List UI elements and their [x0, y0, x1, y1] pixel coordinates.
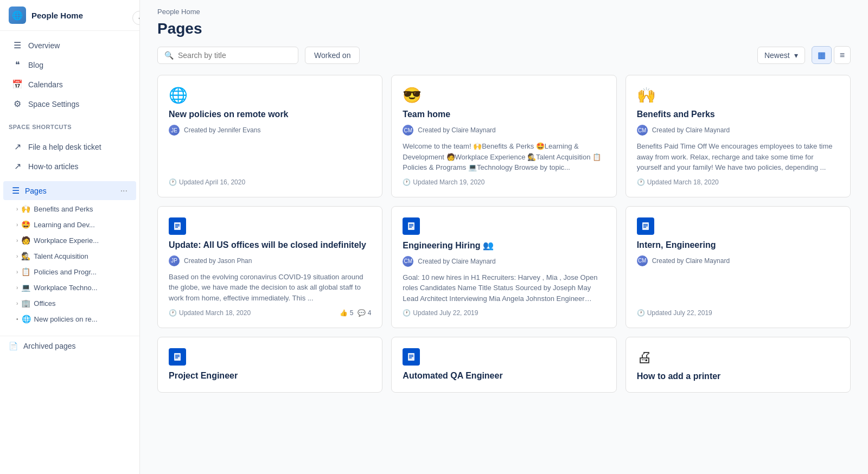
card-title: Intern, Engineering [637, 240, 839, 250]
policies-emoji: 📋 [21, 267, 30, 276]
card-card-2[interactable]: 😎 Team home CM Created by Claire Maynard… [391, 75, 616, 197]
card-author: Created by Claire Maynard [418, 258, 495, 265]
sort-chevron-icon: ▾ [794, 51, 798, 60]
tree-item-policies[interactable]: › 📋 Policies and Progr... [3, 264, 136, 279]
card-card-5[interactable]: Engineering Hiring 👥 CM Created by Clair… [391, 206, 616, 329]
search-input[interactable] [178, 51, 291, 60]
sidebar-item-pages[interactable]: ☰ Pages ··· [3, 181, 136, 200]
card-card-4[interactable]: Update: All US offices will be closed in… [157, 206, 382, 329]
avatar: JE [169, 125, 180, 136]
tree-item-learning[interactable]: › 🤩 Learning and Dev... [3, 217, 136, 232]
card-card-1[interactable]: 🌐 New policies on remote work JE Created… [157, 75, 382, 197]
techno-emoji: 💻 [21, 283, 30, 292]
worked-on-filter[interactable]: Worked on [305, 47, 360, 64]
card-updated: 🕐 Updated July 22, 2019 [403, 309, 478, 317]
card-updated-text: Updated July 22, 2019 [647, 309, 712, 317]
shortcuts-nav: ↗ File a help desk ticket ↗ How-to artic… [0, 132, 139, 181]
benefits-emoji: 🙌 [21, 204, 30, 213]
sort-dropdown[interactable]: Newest ▾ [757, 47, 805, 64]
card-updated: 🕐 Updated April 16, 2020 [169, 178, 245, 186]
tree-item-techno[interactable]: › 💻 Workplace Techno... [3, 280, 136, 295]
sidebar-logo: 🌐 [9, 7, 26, 24]
card-author: Created by Jennifer Evans [184, 126, 260, 134]
card-author: Created by Claire Maynard [652, 126, 730, 134]
card-reactions: 👍 5 💬 4 [340, 309, 371, 317]
tree-item-benefits[interactable]: › 🙌 Benefits and Perks [3, 201, 136, 216]
sidebar-item-file-ticket[interactable]: ↗ File a help desk ticket [3, 137, 136, 156]
archived-label: Archived pages [23, 342, 76, 350]
card-card-6[interactable]: Intern, Engineering CM Created by Claire… [626, 206, 851, 329]
clock-icon: 🕐 [403, 309, 411, 317]
sidebar-item-blog[interactable]: ❝ Blog [3, 55, 136, 74]
settings-icon: ⚙ [12, 99, 23, 109]
card-icon: 🖨 [637, 348, 839, 366]
card-card-7[interactable]: Project Engineer [157, 337, 382, 393]
card-meta: CM Created by Claire Maynard [637, 255, 839, 266]
card-meta: CM Created by Claire Maynard [637, 125, 839, 136]
calendar-icon: 📅 [12, 79, 23, 89]
new-policies-emoji: 🌐 [22, 315, 31, 323]
external-link-icon-2: ↗ [12, 161, 23, 171]
external-link-icon: ↗ [12, 142, 23, 152]
tree-item-new-policies-label: New policies on re... [34, 315, 127, 323]
grid-view-button[interactable]: ▦ [812, 46, 832, 64]
tree-item-workplace-label: Workplace Experie... [34, 236, 127, 245]
card-card-9[interactable]: 🖨 How to add a printer [626, 337, 851, 393]
avatar: CM [637, 255, 648, 266]
list-view-button[interactable]: ≡ [834, 46, 851, 64]
sidebar-nav: ☰ Overview ❝ Blog 📅 Calendars ⚙ Space Se… [0, 31, 139, 118]
card-footer: 🕐 Updated July 22, 2019 [637, 309, 839, 317]
avatar: JP [169, 255, 180, 266]
offices-emoji: 🏢 [21, 299, 30, 308]
card-title: Automated QA Engineer [403, 371, 605, 381]
card-icon: 🌐 [169, 86, 371, 104]
tree-item-offices-label: Offices [34, 299, 127, 308]
tree-item-workplace[interactable]: › 🧑 Workplace Experie... [3, 233, 136, 248]
learning-emoji: 🤩 [21, 220, 30, 229]
expand-icon-4: › [16, 253, 18, 259]
expand-icon-5: › [16, 269, 18, 275]
avatar: CM [637, 125, 648, 136]
tree-item-offices[interactable]: › 🏢 Offices [3, 296, 136, 311]
expand-icon: › [16, 206, 18, 212]
card-updated-text: Updated July 22, 2019 [413, 309, 478, 317]
card-footer: 🕐 Updated March 18, 2020 [637, 178, 839, 186]
card-title: New policies on remote work [169, 110, 371, 119]
sidebar-item-how-to[interactable]: ↗ How-to articles [3, 157, 136, 176]
blog-icon: ❝ [12, 60, 23, 70]
card-desc: Goal: 10 new hires in H1 Recruiters: Har… [403, 272, 605, 304]
card-title: Engineering Hiring 👥 [403, 240, 605, 251]
sidebar-item-overview-label: Overview [28, 41, 60, 50]
tree-item-policies-label: Policies and Progr... [34, 268, 127, 276]
pages-more-icon[interactable]: ··· [120, 186, 127, 196]
sidebar-header: 🌐 People Home ‹ [0, 0, 139, 31]
sidebar-item-calendars[interactable]: 📅 Calendars [3, 75, 136, 94]
card-meta: JE Created by Jennifer Evans [169, 125, 371, 136]
card-icon: 😎 [403, 86, 605, 104]
card-card-8[interactable]: Automated QA Engineer [391, 337, 616, 393]
breadcrumb: People Home [140, 0, 868, 16]
sidebar-item-overview[interactable]: ☰ Overview [3, 36, 136, 55]
archived-icon: 📄 [9, 342, 18, 350]
card-desc: Welcome to the team! 🙌Benefits & Perks 🤩… [403, 141, 605, 173]
card-card-3[interactable]: 🙌 Benefits and Perks CM Created by Clair… [626, 75, 851, 197]
bullet-icon: • [16, 316, 18, 322]
card-updated: 🕐 Updated July 22, 2019 [637, 309, 712, 317]
search-box[interactable]: 🔍 [157, 47, 298, 64]
card-updated-text: Updated March 18, 2020 [647, 178, 719, 186]
sidebar-item-space-settings[interactable]: ⚙ Space Settings [3, 94, 136, 113]
doc-icon [403, 217, 420, 235]
tree-item-talent-label: Talent Acquisition [34, 252, 127, 260]
card-footer: 🕐 Updated March 18, 2020 👍 5 💬 4 [169, 309, 371, 317]
collapse-button[interactable]: ‹ [132, 11, 140, 25]
card-meta: JP Created by Jason Phan [169, 255, 371, 266]
tree-item-talent[interactable]: › 🕵 Talent Acquisition [3, 248, 136, 264]
archived-pages-item[interactable]: 📄 Archived pages [0, 336, 139, 356]
clock-icon: 🕐 [637, 178, 645, 186]
shortcuts-section-label: SPACE SHORTCUTS [0, 118, 139, 132]
card-title: Benefits and Perks [637, 110, 839, 119]
card-author: Created by Claire Maynard [418, 126, 495, 134]
sidebar-item-blog-label: Blog [28, 61, 43, 69]
card-updated: 🕐 Updated March 18, 2020 [637, 178, 719, 186]
tree-item-new-policies[interactable]: • 🌐 New policies on re... [3, 311, 136, 326]
